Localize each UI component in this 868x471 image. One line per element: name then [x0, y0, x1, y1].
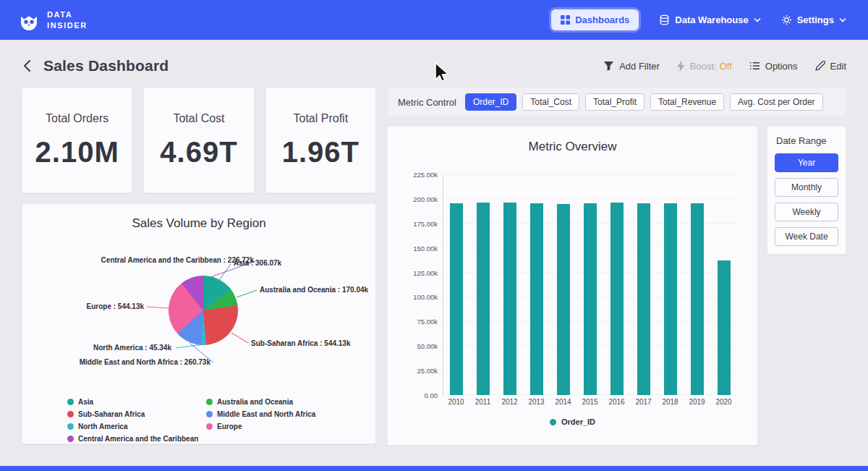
- bottom-accent-bar: [0, 466, 868, 471]
- bar-2019[interactable]: [691, 203, 704, 395]
- bar-2017[interactable]: [637, 203, 650, 395]
- pie-chart-card: Sales Volume by Region Asia : 306.07k Au…: [22, 203, 376, 444]
- y-axis-tick: 25.00k: [417, 367, 438, 375]
- legend-label: Middle East and North Africa: [217, 410, 315, 418]
- legend-label: Asia: [78, 398, 93, 406]
- kpi-card-total-profit: Total Profit 1.96T: [265, 88, 376, 193]
- bar-column: [470, 174, 497, 395]
- bar-2015[interactable]: [584, 203, 597, 395]
- date-range-button-week-date[interactable]: Week Date: [775, 227, 838, 246]
- bar-legend-dot: [550, 419, 556, 425]
- x-axis-label: 2018: [657, 398, 684, 406]
- metric-button-total-cost[interactable]: Total_Cost: [522, 93, 579, 111]
- pie-chart-title: Sales Volume by Region: [22, 216, 375, 231]
- legend-item-australia-and-oceania[interactable]: Australia and Oceania: [206, 398, 315, 406]
- bar-column: [497, 174, 524, 395]
- edit-pencil-icon: [815, 61, 825, 71]
- bar-chart-legend[interactable]: Order_ID: [398, 417, 747, 426]
- bar-2012[interactable]: [503, 203, 516, 395]
- bar-chart-card: Metric Overview 0.0025.00k50.00k75.00k10…: [387, 126, 758, 446]
- metric-button-avg-cost-per-order[interactable]: Avg. Cost per Order: [730, 93, 823, 111]
- database-icon: [659, 14, 670, 25]
- bar-2011[interactable]: [477, 203, 490, 395]
- pie-callout-north-america: North America : 45.34k: [93, 344, 171, 352]
- filter-funnel-icon: [603, 61, 614, 71]
- back-button[interactable]: [22, 58, 33, 74]
- legend-dot: [206, 411, 213, 417]
- metric-button-total-profit[interactable]: Total_Profit: [585, 93, 644, 111]
- y-axis-tick: 50.00k: [417, 342, 438, 350]
- date-range-title: Date Range: [775, 135, 838, 146]
- legend-label: Central America and the Caribbean: [78, 435, 198, 443]
- dashboards-label: Dashboards: [575, 14, 629, 25]
- pie-callout-central-america: Central America and the Caribbean : 226.…: [101, 256, 254, 264]
- add-filter-label: Add Filter: [619, 61, 660, 72]
- bar-column: [603, 174, 630, 395]
- kpi-value: 4.69T: [160, 136, 237, 169]
- settings-label: Settings: [797, 14, 834, 25]
- settings-menu[interactable]: Settings: [781, 14, 846, 25]
- x-axis-label: 2016: [603, 398, 630, 406]
- x-axis-label: 2017: [630, 398, 657, 406]
- bar-chart-title: Metric Overview: [398, 140, 747, 154]
- y-axis-tick: 0.00: [425, 391, 438, 399]
- metric-button-total-revenue[interactable]: Total_Revenue: [650, 93, 724, 111]
- y-axis-tick: 225.00k: [413, 171, 438, 179]
- bar-2016[interactable]: [610, 203, 624, 395]
- edit-button[interactable]: Edit: [815, 61, 846, 72]
- bar-column: [684, 174, 710, 395]
- top-navbar: DATA INSIDER Dashboards: [0, 0, 868, 40]
- pie-callout-australia-and-oceania: Australia and Oceania : 170.04k: [260, 286, 368, 294]
- x-axis-label: 2014: [550, 398, 576, 406]
- legend-item-sub-saharan-africa[interactable]: Sub-Saharan Africa: [67, 410, 206, 418]
- pie-callout-europe: Europe : 544.13k: [87, 302, 144, 310]
- legend-item-central-america[interactable]: Central America and the Caribbean: [67, 435, 206, 443]
- y-axis-tick: 175.00k: [413, 219, 438, 227]
- date-range-button-year[interactable]: Year: [775, 153, 838, 172]
- bar-column: [524, 174, 550, 395]
- bar-column: [630, 174, 657, 395]
- chevron-down-icon: [839, 17, 846, 22]
- options-button[interactable]: Options: [749, 61, 798, 72]
- kpi-card-total-orders: Total Orders 2.10M: [22, 88, 132, 193]
- data-warehouse-menu[interactable]: Data Warehouse: [659, 14, 760, 25]
- add-filter-button[interactable]: Add Filter: [603, 61, 660, 72]
- date-range-button-weekly[interactable]: Weekly: [775, 203, 838, 221]
- boost-state: Off: [720, 61, 732, 72]
- kpi-value: 2.10M: [35, 136, 119, 169]
- bar-2010[interactable]: [450, 203, 463, 395]
- pie-area: Asia : 306.07k Australia and Oceania : 1…: [22, 237, 375, 392]
- bar-legend-label: Order_ID: [561, 417, 595, 426]
- y-axis-tick: 200.00k: [413, 195, 438, 203]
- x-axis-label: 2015: [576, 398, 603, 406]
- legend-item-asia[interactable]: Asia: [67, 398, 206, 406]
- bar-2014[interactable]: [557, 204, 570, 395]
- data-warehouse-label: Data Warehouse: [675, 14, 748, 25]
- bar-column: [443, 174, 470, 395]
- bar-2018[interactable]: [664, 203, 677, 395]
- bar-column: [550, 174, 577, 395]
- legend-item-north-america[interactable]: North America: [67, 423, 206, 430]
- kpi-row: Total Orders 2.10M Total Cost 4.69T Tota…: [22, 88, 376, 193]
- y-axis-tick: 150.00k: [413, 244, 438, 252]
- bar-2013[interactable]: [530, 203, 543, 395]
- boost-label: Boost:: [690, 61, 717, 72]
- dashboards-button[interactable]: Dashboards: [551, 9, 639, 30]
- x-axis-label: 2019: [684, 398, 710, 406]
- x-axis-label: 2013: [523, 398, 550, 406]
- y-axis-tick: 125.00k: [413, 268, 438, 276]
- pie-chart[interactable]: [169, 276, 238, 345]
- legend-dot: [67, 436, 74, 442]
- pie-legend: Asia Sub-Saharan Africa North America Ce…: [67, 398, 375, 443]
- brand-logo[interactable]: DATA INSIDER: [17, 9, 88, 32]
- page-header: Sales Dashboard Add Filter Boost: Off Op…: [0, 40, 868, 88]
- gear-icon: [781, 14, 792, 25]
- brand-line1: DATA: [47, 9, 88, 20]
- legend-item-europe[interactable]: Europe: [206, 423, 315, 430]
- metric-button-order-id[interactable]: Order_ID: [465, 93, 516, 111]
- date-range-button-monthly[interactable]: Monthly: [775, 178, 838, 197]
- legend-dot: [67, 399, 74, 405]
- bar-2020[interactable]: [718, 260, 731, 395]
- legend-item-middle-east-and-north-africa[interactable]: Middle East and North Africa: [206, 410, 315, 418]
- boost-toggle[interactable]: Boost: Off: [677, 61, 732, 72]
